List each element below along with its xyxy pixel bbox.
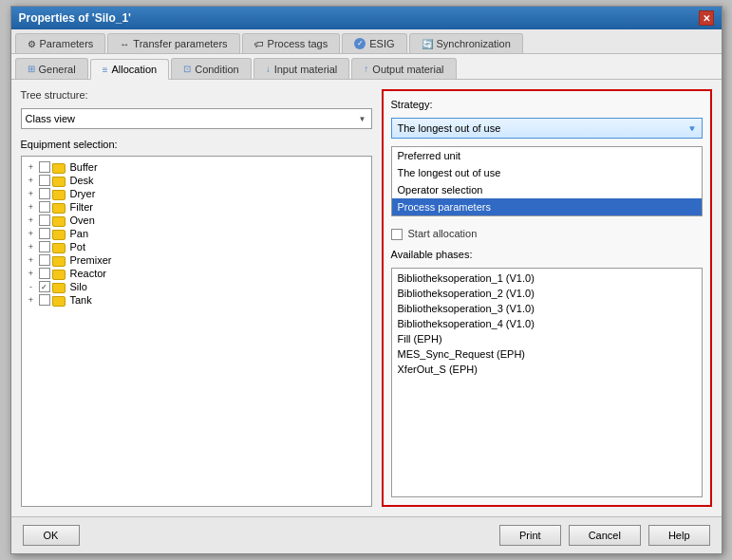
folder-icon — [52, 270, 66, 280]
folder-icon — [52, 203, 66, 214]
tree-checkbox[interactable] — [39, 254, 50, 266]
expand-icon[interactable]: + — [26, 268, 37, 279]
allocation-icon: ≡ — [103, 65, 108, 75]
list-item[interactable]: Bibliotheksoperation_2 (V1.0) — [394, 286, 700, 301]
folder-icon — [52, 283, 66, 293]
strategy-dropdown[interactable]: The longest out of use ▼ — [391, 118, 703, 139]
tree-checkbox[interactable] — [39, 294, 50, 306]
tree-checkbox[interactable] — [39, 268, 50, 279]
tab-transfer-label: Transfer parameters — [133, 38, 227, 49]
left-panel: Tree structure: Class view Equipment sel… — [21, 89, 372, 507]
expand-icon[interactable]: + — [26, 161, 37, 173]
tree-checkbox[interactable] — [39, 201, 50, 213]
phase-item-label: Bibliotheksoperation_3 (V1.0) — [398, 303, 535, 314]
phase-item-label: XferOut_S (EPH) — [398, 364, 478, 375]
start-allocation-row: Start allocation — [391, 228, 703, 241]
list-item: + Pot — [26, 240, 367, 253]
strategy-option-preferred[interactable]: Preferred unit — [392, 147, 702, 164]
tab-sync[interactable]: 🔄 Synchronization — [409, 33, 523, 53]
tab-bar-2: ⊞ General ≡ Allocation ⊡ Condition ↓ Inp… — [11, 54, 722, 80]
list-item[interactable]: Bibliotheksoperation_3 (V1.0) — [394, 301, 700, 316]
tab-sync-label: Synchronization — [437, 38, 511, 49]
tree-checkbox-checked[interactable]: ✓ — [39, 281, 50, 292]
close-button[interactable]: ✕ — [699, 10, 714, 26]
tab-esig[interactable]: ✓ ESIG — [342, 33, 406, 53]
tree-item-label: Desk — [70, 175, 94, 186]
tab-parameters-label: Parameters — [40, 38, 94, 49]
strategy-option-process[interactable]: Process parameters — [392, 198, 702, 215]
strategy-option-label: Process parameters — [398, 201, 491, 213]
expand-icon[interactable]: + — [26, 188, 37, 199]
strategy-option-operator[interactable]: Operator selection — [392, 181, 702, 198]
equipment-tree: + Buffer + Desk + Dryer — [21, 156, 372, 507]
strategy-option-label: Operator selection — [398, 184, 483, 196]
tree-checkbox[interactable] — [39, 188, 50, 199]
start-allocation-checkbox[interactable] — [391, 229, 403, 240]
tab-input-material[interactable]: ↓ Input material — [253, 58, 350, 79]
expand-icon[interactable]: + — [26, 241, 37, 252]
strategy-option-longest[interactable]: The longest out of use — [392, 164, 702, 181]
list-item[interactable]: Bibliotheksoperation_4 (V1.0) — [394, 316, 700, 331]
expand-icon[interactable]: - — [26, 281, 37, 292]
input-material-icon: ↓ — [266, 64, 271, 74]
class-view-dropdown-wrapper: Class view — [21, 108, 372, 129]
right-panel: Strategy: The longest out of use ▼ Prefe… — [382, 89, 712, 507]
help-button[interactable]: Help — [648, 525, 710, 546]
print-button[interactable]: Print — [499, 525, 561, 546]
folder-icon — [52, 256, 66, 267]
strategy-option-label: Preferred unit — [398, 150, 461, 161]
tree-structure-label: Tree structure: — [21, 89, 372, 101]
strategy-dropdown-wrapper: The longest out of use ▼ — [391, 118, 703, 139]
tree-checkbox[interactable] — [39, 241, 50, 252]
list-item: + Pan — [26, 227, 367, 240]
tab-output-material[interactable]: ↑ Output material — [351, 58, 456, 79]
expand-icon[interactable]: + — [26, 294, 37, 306]
list-item: + Desk — [26, 174, 367, 187]
list-item[interactable]: Bibliotheksoperation_1 (V1.0) — [394, 271, 700, 286]
expand-icon[interactable]: + — [26, 215, 37, 226]
output-material-icon: ↑ — [364, 64, 368, 74]
ok-button[interactable]: OK — [23, 525, 80, 546]
right-buttons: Print Cancel Help — [499, 525, 710, 546]
tab-general[interactable]: ⊞ General — [15, 58, 88, 79]
expand-icon[interactable]: + — [26, 228, 37, 239]
phase-item-label: Bibliotheksoperation_4 (V1.0) — [398, 318, 535, 329]
tab-input-material-label: Input material — [274, 64, 338, 75]
tree-checkbox[interactable] — [39, 175, 50, 186]
cancel-button[interactable]: Cancel — [569, 525, 641, 546]
class-view-dropdown[interactable]: Class view — [21, 108, 372, 129]
tree-item-label: Buffer — [70, 161, 98, 173]
tab-bar-1: ⚙ Parameters ↔ Transfer parameters 🏷 Pro… — [11, 29, 722, 54]
tab-output-material-label: Output material — [372, 64, 443, 75]
list-item[interactable]: Fill (EPH) — [394, 331, 700, 346]
list-item: + Filter — [26, 200, 367, 214]
tab-allocation[interactable]: ≡ Allocation — [90, 59, 170, 80]
folder-icon — [52, 177, 66, 187]
tab-transfer[interactable]: ↔ Transfer parameters — [107, 33, 239, 53]
strategy-label: Strategy: — [391, 99, 703, 110]
tab-condition[interactable]: ⊡ Condition — [171, 58, 251, 79]
folder-icon — [52, 296, 66, 307]
list-item: + Buffer — [26, 160, 367, 174]
tab-parameters[interactable]: ⚙ Parameters — [15, 33, 106, 53]
tree-checkbox[interactable] — [39, 215, 50, 226]
expand-icon[interactable]: + — [26, 254, 37, 266]
expand-icon[interactable]: + — [26, 175, 37, 186]
folder-icon — [52, 190, 66, 200]
tab-esig-label: ESIG — [369, 38, 394, 49]
list-item[interactable]: XferOut_S (EPH) — [394, 362, 700, 377]
tree-item-label: Silo — [70, 281, 87, 292]
tree-checkbox[interactable] — [39, 228, 50, 239]
folder-icon — [52, 163, 66, 174]
folder-icon — [52, 230, 66, 240]
tab-process-tags-label: Process tags — [268, 38, 328, 49]
dropdown-arrow-icon: ▼ — [688, 124, 696, 133]
tree-checkbox[interactable] — [39, 161, 50, 173]
properties-dialog: Properties of 'Silo_1' ✕ ⚙ Parameters ↔ … — [10, 6, 723, 554]
tab-process-tags[interactable]: 🏷 Process tags — [242, 33, 341, 53]
transfer-icon: ↔ — [120, 39, 129, 49]
list-item[interactable]: MES_Sync_Request (EPH) — [394, 346, 700, 362]
expand-icon[interactable]: + — [26, 201, 37, 213]
condition-icon: ⊡ — [183, 64, 191, 74]
strategy-dropdown-list: Preferred unit The longest out of use Op… — [391, 146, 703, 216]
